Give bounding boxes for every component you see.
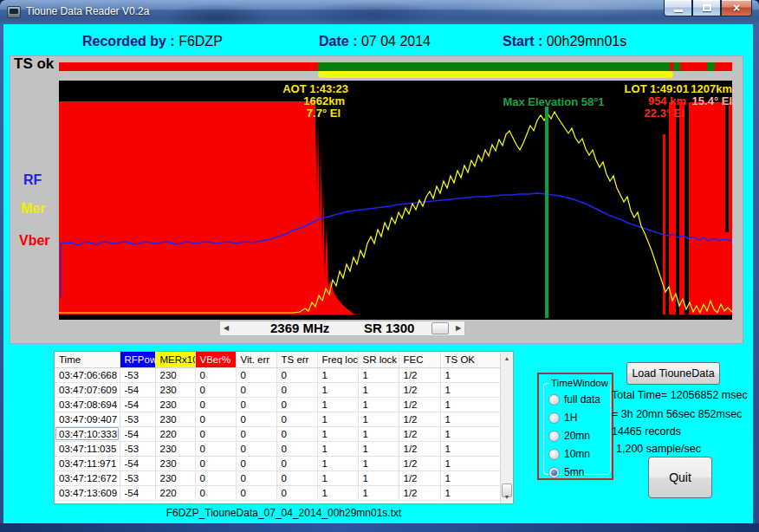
table-cell[interactable]: 1/2 — [399, 485, 440, 500]
table-cell[interactable]: 1 — [440, 382, 501, 397]
table-cell[interactable]: 0 — [236, 485, 276, 500]
radio-full-data[interactable]: full data — [548, 393, 610, 405]
table-cell[interactable]: 1 — [440, 397, 501, 412]
titlebar[interactable]: Tioune Data Reader V0.2a × — [0, 0, 759, 24]
table-cell[interactable]: 0 — [276, 456, 317, 470]
table-row[interactable]: 03:47:11:971-54230000111/21 — [55, 456, 501, 470]
table-row[interactable]: 03:47:08:694-54230000111/21 — [55, 397, 501, 412]
table-cell[interactable]: 0 — [195, 426, 236, 441]
table-cell[interactable]: 0 — [195, 412, 236, 426]
table-cell[interactable]: 230 — [155, 397, 195, 412]
table-cell[interactable]: 220 — [155, 426, 195, 441]
table-cell[interactable]: 0 — [236, 412, 276, 426]
table-cell[interactable]: 03:47:13:609 — [55, 485, 120, 500]
table-cell[interactable]: 1/2 — [399, 412, 440, 426]
table-cell[interactable]: -54 — [120, 456, 155, 470]
table-cell[interactable]: 0 — [236, 470, 276, 485]
table-cell[interactable]: 1 — [440, 441, 501, 456]
table-cell[interactable]: -53 — [120, 441, 155, 456]
table-cell[interactable]: 1 — [440, 456, 501, 470]
table-cell[interactable]: 0 — [236, 382, 276, 397]
table-row[interactable]: 03:47:11:035-53230000111/21 — [55, 441, 501, 456]
table-cell[interactable]: 1 — [358, 441, 399, 456]
table-cell[interactable]: 0 — [195, 470, 236, 485]
table-cell[interactable]: 230 — [155, 367, 195, 382]
table-cell[interactable]: 0 — [195, 397, 236, 412]
table-cell[interactable]: 1/2 — [399, 456, 440, 470]
table-cell[interactable]: 1 — [317, 485, 358, 500]
radio-10mn[interactable]: 10mn — [548, 448, 610, 460]
table-scrollbar[interactable]: ▲ ▼ — [500, 352, 513, 503]
table-cell[interactable]: 0 — [276, 382, 317, 397]
table-cell[interactable]: 0 — [236, 367, 276, 382]
table-cell[interactable]: 1 — [358, 456, 399, 470]
table-cell[interactable]: 0 — [195, 456, 236, 470]
table-cell[interactable]: 0 — [236, 456, 276, 470]
radio-20mn[interactable]: 20mn — [548, 430, 610, 442]
table-cell[interactable]: 03:47:08:694 — [55, 397, 120, 412]
table-cell[interactable]: 230 — [155, 382, 195, 397]
table-cell[interactable]: 1 — [440, 412, 501, 426]
chart-scrollbar[interactable]: ◀ 2369 MHz SR 1300 ▶ — [219, 321, 465, 336]
table-cell[interactable]: -53 — [120, 367, 155, 382]
scroll-left-icon[interactable]: ◀ — [220, 321, 232, 335]
radio-button-icon[interactable] — [548, 394, 560, 405]
table-cell[interactable]: 1 — [440, 426, 501, 441]
radio-button-icon[interactable] — [548, 412, 560, 424]
table-cell[interactable]: 03:47:09:407 — [55, 412, 120, 426]
scroll-down-icon[interactable]: ▼ — [501, 490, 513, 503]
load-tiounedata-button[interactable]: Load TiouneData — [626, 362, 720, 385]
radio-1h[interactable]: 1H — [548, 412, 610, 424]
table-cell[interactable]: 03:47:06:668 — [55, 367, 120, 382]
close-button[interactable]: × — [721, 0, 752, 16]
table-cell[interactable]: 1 — [358, 412, 399, 426]
table-cell[interactable]: 1/2 — [399, 426, 440, 441]
table-cell[interactable]: 0 — [276, 485, 317, 500]
radio-button-icon[interactable] — [548, 467, 560, 478]
table-cell[interactable]: 0 — [236, 426, 276, 441]
table-cell[interactable]: -54 — [120, 426, 155, 441]
table-cell[interactable]: 03:47:12:672 — [55, 470, 120, 485]
table-cell[interactable]: 0 — [195, 485, 236, 500]
table-row[interactable]: 03:47:09:407-53230000111/21 — [55, 412, 501, 426]
table-cell[interactable]: 1 — [358, 382, 399, 397]
table-cell[interactable]: 230 — [155, 412, 195, 426]
radio-button-icon[interactable] — [548, 449, 560, 460]
table-cell[interactable]: 1/2 — [399, 382, 440, 397]
table-cell[interactable]: 1 — [358, 470, 399, 485]
table-cell[interactable]: 1 — [440, 367, 501, 382]
table-cell[interactable]: -54 — [120, 382, 155, 397]
table-cell[interactable]: 1 — [317, 441, 358, 456]
table-row[interactable]: 03:47:13:609-54220000111/21 — [55, 485, 501, 500]
table-cell[interactable]: 230 — [155, 470, 195, 485]
table-cell[interactable]: 1 — [440, 470, 501, 485]
table-row[interactable]: 03:47:06:668-53230000111/21 — [55, 367, 501, 382]
table-cell[interactable]: 1 — [358, 485, 399, 500]
table-cell[interactable]: 0 — [195, 382, 236, 397]
table-cell[interactable]: 03:47:07:609 — [55, 382, 120, 397]
table-cell[interactable]: 230 — [155, 441, 195, 456]
table-cell[interactable]: 0 — [276, 412, 317, 426]
maximize-button[interactable] — [692, 0, 721, 16]
table-cell[interactable]: -53 — [120, 470, 155, 485]
radio-button-icon[interactable] — [548, 431, 560, 442]
table-row[interactable]: 03:47:10:333-54220000111/21 — [55, 426, 501, 441]
table-cell[interactable]: 1/2 — [399, 397, 440, 412]
table-cell[interactable]: 03:47:10:333 — [55, 426, 120, 441]
table-cell[interactable]: 03:47:11:971 — [55, 456, 120, 470]
table-cell[interactable]: -54 — [120, 397, 155, 412]
quit-button[interactable]: Quit — [648, 457, 712, 498]
table-cell[interactable]: 1 — [317, 426, 358, 441]
table-cell[interactable]: 0 — [276, 470, 317, 485]
table-cell[interactable]: 1/2 — [399, 470, 440, 485]
scroll-right-icon[interactable]: ▶ — [452, 321, 464, 335]
table-cell[interactable]: 220 — [155, 485, 195, 500]
scroll-up-icon[interactable]: ▲ — [501, 352, 513, 365]
scrollbar-thumb[interactable] — [431, 322, 449, 334]
table-cell[interactable]: 0 — [195, 441, 236, 456]
table-cell[interactable]: 1 — [317, 470, 358, 485]
table-cell[interactable]: 1 — [317, 382, 358, 397]
table-cell[interactable]: -54 — [120, 485, 155, 500]
table-cell[interactable]: 1/2 — [399, 441, 440, 456]
table-cell[interactable]: 1 — [317, 397, 358, 412]
